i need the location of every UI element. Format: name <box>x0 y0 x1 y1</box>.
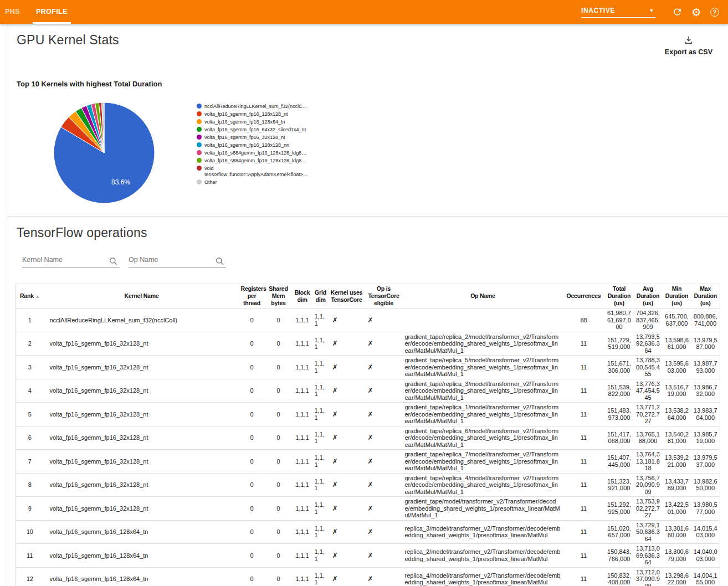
col-header-tc_eligible[interactable]: Op is TensorCore eligible <box>365 284 403 309</box>
legend-item[interactable]: ncclAllReduceRingLLKernel_sum_f32(ncclC… <box>197 104 307 110</box>
cell-grid_dim: 1,1,1 <box>312 332 329 356</box>
legend-item[interactable]: volta_fp16_sgemm_fp16_128x64_tn <box>197 119 307 125</box>
legend-item[interactable]: volta_fp16_sgemm_fp16_128x128_nt <box>197 111 307 117</box>
col-header-kernel[interactable]: Kernel Name <box>44 284 239 309</box>
table-row: 4volta_fp16_sgemm_fp16_32x128_nt001,1,11… <box>16 379 720 403</box>
pie-chart: 83.6% <box>53 101 156 204</box>
help-button[interactable]: ? <box>710 8 719 17</box>
pie-chart-area: 83.6% ncclAllReduceRingLLKernel_sum_f32(… <box>53 101 728 204</box>
legend-item[interactable]: volta_fp16_sgemm_fp16_64x32_sliced1x4_nt <box>197 127 307 133</box>
cell-kernel: volta_fp16_sgemm_fp16_32x128_nt <box>44 450 239 474</box>
cell-kernel: volta_fp16_sgemm_fp16_32x128_nt <box>44 426 239 450</box>
legend-label: volta_fp16_sgemm_fp16_64x32_sliced1x4_nt <box>204 127 307 133</box>
cell-block_dim: 1,1,1 <box>293 403 312 426</box>
col-header-rank[interactable]: Rank▲ <box>16 284 44 309</box>
legend-color-swatch <box>197 150 202 155</box>
cell-block_dim: 1,1,1 <box>293 309 312 332</box>
legend-label: volta_fp16_sgemm_fp16_128x128_nt <box>204 111 307 117</box>
cell-block_dim: 1,1,1 <box>293 426 312 450</box>
col-header-total_duration[interactable]: Total Duration (us) <box>605 284 634 309</box>
chart-title: Top 10 Kernels with highest Total Durati… <box>17 80 728 88</box>
download-icon <box>684 35 694 45</box>
toolbar-actions: INACTIVE ▼ ⚙ ? <box>581 0 728 24</box>
cell-grid_dim: 1,1,1 <box>312 567 329 586</box>
top-app-bar: PHS PROFILE INACTIVE ▼ ⚙ ? <box>0 0 728 24</box>
run-selector[interactable]: INACTIVE ▼ <box>581 7 655 18</box>
cell-min_duration: 13,422,501,000 <box>663 497 691 521</box>
col-header-uses_tensorcore[interactable]: Kernel uses TensorCore <box>329 284 365 309</box>
cell-uses_tensorcore: ✗ <box>329 379 365 403</box>
cell-op_name: gradient_tape/replica_7/model/transforme… <box>403 450 563 474</box>
cell-min_duration: 13,516,719,000 <box>663 379 691 403</box>
cell-rank: 2 <box>16 332 44 356</box>
tab-profile[interactable]: PROFILE <box>33 1 71 24</box>
cell-rank: 5 <box>16 403 44 426</box>
cell-block_dim: 1,1,1 <box>293 379 312 403</box>
cell-occurrences: 88 <box>563 309 605 332</box>
cell-kernel: volta_fp16_sgemm_fp16_128x64_tn <box>44 567 239 586</box>
cell-block_dim: 1,1,1 <box>293 332 312 356</box>
cell-kernel: volta_fp16_sgemm_fp16_32x128_nt <box>44 473 239 497</box>
legend-item[interactable]: volta_fp16_s884gemm_fp16_128x128_ldg8… <box>197 158 307 164</box>
cell-min_duration: 13,538,264,000 <box>663 403 691 426</box>
tf-operations-title: TensorFlow operations <box>17 217 728 240</box>
col-header-min_duration[interactable]: Min Duration (us) <box>663 284 691 309</box>
col-header-max_duration[interactable]: Max Duration (us) <box>691 284 720 309</box>
cell-op_name: gradient_tape/replica_2/model/transforme… <box>403 332 563 356</box>
cell-rank: 11 <box>16 544 44 568</box>
cell-occurrences: 11 <box>563 379 605 403</box>
table-row: 3volta_fp16_sgemm_fp16_32x128_nt001,1,11… <box>16 356 720 379</box>
cell-grid_dim: 1,1,1 <box>312 379 329 403</box>
col-header-occurrences[interactable]: Occurrences <box>563 284 605 309</box>
cell-tc_eligible: ✗ <box>365 356 403 379</box>
settings-button[interactable]: ⚙ <box>691 7 701 18</box>
table-row: 9volta_fp16_sgemm_fp16_32x128_nt001,1,11… <box>16 497 720 521</box>
col-header-op_name[interactable]: Op Name <box>403 284 563 309</box>
col-header-avg_duration[interactable]: Avg Duration (us) <box>634 284 663 309</box>
cell-registers: 0 <box>239 450 265 474</box>
cell-tc_eligible: ✗ <box>365 497 403 521</box>
cell-tc_eligible: ✗ <box>365 332 403 356</box>
cell-registers: 0 <box>239 309 265 332</box>
cell-shared_mem: 0 <box>265 567 293 586</box>
cell-shared_mem: 0 <box>265 426 293 450</box>
table-row: 12volta_fp16_sgemm_fp16_128x64_tn001,1,1… <box>16 567 720 586</box>
cell-occurrences: 11 <box>563 450 605 474</box>
col-header-grid_dim[interactable]: Grid dim <box>312 284 329 309</box>
table-filters <box>22 253 728 268</box>
cell-kernel: volta_fp16_sgemm_fp16_32x128_nt <box>44 379 239 403</box>
tab-graphs[interactable]: PHS <box>2 1 23 24</box>
cell-shared_mem: 0 <box>265 332 293 356</box>
cell-grid_dim: 1,1,1 <box>312 544 329 568</box>
export-csv-button[interactable]: Export as CSV <box>665 35 712 56</box>
cell-op_name: replica_4/model/transformer_v2/Transform… <box>403 567 563 586</box>
kernel-name-filter-input[interactable] <box>22 253 120 268</box>
legend-color-swatch <box>197 135 202 140</box>
cell-occurrences: 11 <box>563 567 605 586</box>
legend-item[interactable]: Other <box>197 179 307 186</box>
op-name-filter-input[interactable] <box>129 253 226 268</box>
legend-color-swatch <box>197 179 202 184</box>
legend-color-swatch <box>197 119 202 124</box>
refresh-button[interactable] <box>672 7 683 17</box>
col-header-registers[interactable]: Registers per thread <box>239 284 265 309</box>
cell-grid_dim: 1,1,1 <box>312 356 329 379</box>
legend-label: volta_fp16_s884gemm_fp16_128x128_ldg8… <box>204 150 307 156</box>
col-header-shared_mem[interactable]: Shared Mem bytes <box>265 284 293 309</box>
cell-max_duration: 13,983,704,000 <box>691 403 720 426</box>
col-header-block_dim[interactable]: Block dim <box>293 284 312 309</box>
cell-block_dim: 1,1,1 <box>293 520 312 544</box>
legend-item[interactable]: volta_fp16_s884gemm_fp16_128x128_ldg8… <box>197 150 307 156</box>
legend-item[interactable]: volta_fp16_sgemm_fp16_32x128_nt <box>197 135 307 141</box>
nav-tabs: PHS PROFILE <box>0 0 581 24</box>
cell-min_duration: 13,301,680,000 <box>663 520 691 544</box>
legend-item[interactable]: volta_fp16_sgemm_fp16_128x128_nn <box>197 142 307 148</box>
run-selector-value: INACTIVE <box>581 7 615 14</box>
cell-rank: 4 <box>16 379 44 403</box>
cell-min_duration: 13,433,789,000 <box>663 473 691 497</box>
table-row: 6volta_fp16_sgemm_fp16_32x128_nt001,1,11… <box>16 426 720 450</box>
cell-kernel: volta_fp16_sgemm_fp16_32x128_nt <box>44 332 239 356</box>
table-row: 1ncclAllReduceRingLLKernel_sum_f32(ncclC… <box>16 309 720 332</box>
legend-item[interactable]: void tensorflow::functor::ApplyAdamKerne… <box>197 166 307 177</box>
cell-op_name: gradient_tape/replica_4/model/transforme… <box>403 473 563 497</box>
